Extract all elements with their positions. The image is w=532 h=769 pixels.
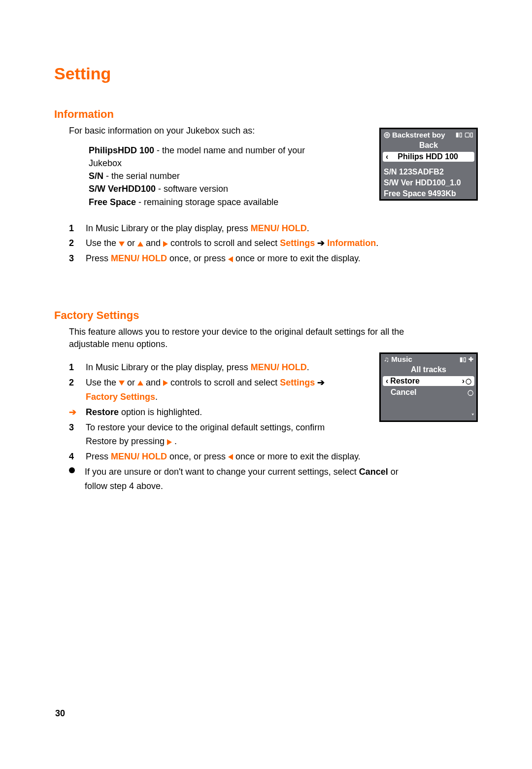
page-title: Setting	[54, 64, 478, 83]
battery-icon: ▢▯	[465, 131, 473, 138]
information-intro: For basic information on your Jukebox su…	[69, 125, 320, 137]
music-note-icon: ♫	[384, 355, 389, 363]
device-info-sn: S/N 123SADFB2	[381, 167, 476, 177]
dot-icon: ◯	[466, 378, 471, 384]
triangle-up-icon	[137, 242, 143, 246]
device-info-sw: S/W Ver HDD100_1.0	[381, 177, 476, 188]
status-song: Backstreet boy	[392, 131, 445, 139]
factory-note-bullet: If you are unsure or don't want to chang…	[69, 465, 478, 493]
triangle-down-icon	[119, 381, 125, 385]
triangle-down-icon	[119, 242, 125, 246]
factory-heading: Factory Settings	[54, 309, 478, 322]
info-step-2: 2 Use the or and controls to scroll and …	[69, 236, 478, 250]
information-section: ◎ Backstreet boy ▮▯ ▢▯ Back ‹ Philips HD…	[54, 108, 478, 266]
triangle-left-icon	[228, 454, 233, 460]
info-step-3: 3 Press MENU/ HOLD once, or press once o…	[69, 251, 478, 266]
step-number: 1	[69, 221, 86, 236]
triangle-up-icon	[137, 381, 143, 385]
info-step-1: 1 In Music Library or the play display, …	[69, 221, 478, 236]
left-arrow-icon: ‹	[386, 152, 388, 161]
factory-step-4: 4 Press MENU/ HOLD once, or press once o…	[69, 450, 478, 464]
step-number: 4	[69, 450, 86, 464]
information-heading: Information	[54, 108, 478, 121]
signal-icon: ▮▯	[460, 356, 466, 363]
info-item-model: PhilipsHDD 100 - the model name and numb…	[89, 144, 315, 170]
triangle-right-icon	[163, 241, 168, 247]
info-item-free: Free Space - remaining storage space ava…	[89, 196, 315, 209]
dot-icon: ◯	[467, 389, 473, 396]
cd-icon: ◎	[384, 130, 390, 139]
step-number: 3	[69, 251, 86, 266]
factory-step-3: 3 To restore your device to the original…	[69, 420, 478, 449]
factory-intro: This feature allows you to restore your …	[69, 326, 433, 350]
signal-icon: ▮▯	[456, 131, 463, 138]
arrow-right-icon: ➔	[69, 405, 86, 419]
triangle-right-icon	[163, 380, 168, 386]
bullet-dot-icon	[69, 467, 75, 473]
info-item-sw: S/W VerHDD100 - software version	[89, 182, 315, 195]
device-status-bar: ◎ Backstreet boy ▮▯ ▢▯	[381, 129, 476, 140]
status-music: Music	[391, 355, 412, 363]
manual-page: Setting ◎ Backstreet boy ▮▯ ▢▯ Back	[0, 0, 532, 493]
device-row-restore: ‹ Restore › ◯	[383, 376, 474, 386]
arrow-right-icon	[317, 378, 325, 387]
device-selected-label: Restore	[390, 377, 420, 385]
device-info-free: Free Space 9493Kb	[381, 188, 476, 199]
page-number: 30	[55, 708, 65, 719]
factory-device-screen: ♫ Music ▮▯ ✚ All tracks ‹ Restore	[379, 352, 478, 422]
device-selected-label: Philips HDD 100	[398, 152, 458, 161]
triangle-right-icon	[167, 439, 172, 445]
step-number: 1	[69, 360, 86, 375]
device-row-alltracks: All tracks	[381, 364, 476, 375]
device-row-back: Back	[381, 140, 476, 151]
left-arrow-icon: ‹	[386, 377, 388, 385]
factory-section: ♫ Music ▮▯ ✚ All tracks ‹ Restore	[54, 309, 478, 493]
information-steps: 1 In Music Library or the play display, …	[69, 221, 478, 266]
device-row-selected: ‹ Philips HDD 100	[383, 152, 474, 162]
step-number: 3	[69, 420, 86, 435]
step-number: 2	[69, 236, 86, 250]
step-number: 2	[69, 376, 86, 390]
triangle-left-icon	[228, 256, 233, 262]
battery-icon: ✚	[468, 356, 473, 363]
device-status-bar: ♫ Music ▮▯ ✚	[381, 354, 476, 364]
scroll-indicator-icon: ˅	[471, 413, 474, 419]
info-item-sn: S/N - the serial number	[89, 170, 315, 182]
arrow-right-icon	[317, 238, 325, 248]
device-row-cancel: Cancel ◯	[381, 387, 476, 398]
right-arrow-icon: ›	[462, 377, 465, 385]
info-device-screen: ◎ Backstreet boy ▮▯ ▢▯ Back ‹ Philips HD…	[379, 128, 478, 201]
